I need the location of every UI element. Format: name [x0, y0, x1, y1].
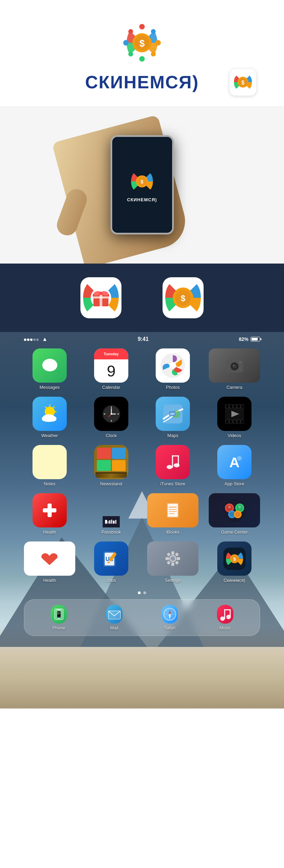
- page-dot-2: [143, 591, 146, 594]
- svg-rect-75: [237, 420, 240, 423]
- iphone-homescreen: ▲ 9:41 82% Messages: [0, 332, 284, 709]
- status-left: ▲: [24, 336, 48, 342]
- maps-label: Maps: [167, 433, 178, 438]
- svg-rect-73: [230, 420, 232, 423]
- battery-fill: [251, 338, 258, 341]
- page-dot-1: [138, 591, 141, 594]
- svg-point-104: [238, 506, 241, 508]
- svg-text:$: $: [233, 557, 236, 562]
- itunes-label: iTunes Store: [160, 481, 185, 486]
- svg-point-39: [232, 364, 237, 368]
- app-grid: Messages Tuesday 9 Calendar: [17, 345, 267, 586]
- app-videos[interactable]: Videos: [205, 397, 263, 438]
- app-maps[interactable]: 280 Maps: [144, 397, 202, 438]
- svg-rect-80: [172, 455, 178, 456]
- mail-dock-icon: [106, 605, 122, 624]
- svg-point-101: [228, 506, 231, 508]
- messages-icon: [33, 348, 67, 383]
- svg-rect-41: [239, 361, 241, 363]
- svg-rect-74: [233, 420, 236, 423]
- svg-point-49: [49, 416, 56, 422]
- svg-rect-65: [230, 405, 232, 407]
- svg-rect-122: [175, 552, 179, 557]
- app-notes[interactable]: Notes: [21, 445, 79, 486]
- svg-point-77: [167, 465, 172, 469]
- passbook-label: Passbook: [101, 529, 121, 535]
- weather-icon: [33, 397, 67, 431]
- videos-icon: [217, 397, 251, 431]
- app-clock[interactable]: Clock: [82, 397, 140, 438]
- svg-point-40: [233, 365, 234, 366]
- app-passbook[interactable]: Passbook: [82, 493, 140, 535]
- newsstand-icon: [94, 445, 128, 479]
- dock-music[interactable]: Music: [216, 605, 235, 630]
- app-itunes[interactable]: iTunes Store: [144, 445, 202, 486]
- svg-rect-79: [172, 455, 173, 468]
- mail-dock-label: Mail: [110, 625, 118, 630]
- phone-hand-section: $ СКИНЕМСЯ): [0, 106, 284, 264]
- app-calendar[interactable]: Tuesday 9 Calendar: [82, 348, 140, 390]
- svg-rect-66: [233, 405, 236, 407]
- app-health-red[interactable]: Health: [21, 493, 79, 535]
- app-ibooks[interactable]: iBooks: [144, 493, 202, 535]
- app-photos[interactable]: Photos: [144, 348, 202, 390]
- page-dots: [17, 586, 267, 599]
- notes-icon: [33, 445, 67, 479]
- calendar-label: Calendar: [102, 385, 120, 390]
- svg-rect-139: [224, 609, 225, 619]
- svg-rect-76: [241, 420, 244, 423]
- icons-comparison-section: $: [0, 264, 284, 332]
- svg-line-46: [45, 407, 47, 408]
- svg-text:280: 280: [170, 412, 175, 416]
- skinemsy-label: Скинемся): [223, 578, 245, 583]
- camera-icon: [209, 348, 260, 383]
- app-newsstand[interactable]: Newsstand: [82, 445, 140, 486]
- svg-point-4: [139, 56, 145, 62]
- dock-phone[interactable]: 📱 Phone: [50, 605, 68, 630]
- svg-rect-67: [237, 405, 240, 407]
- app-settings[interactable]: Settings: [144, 541, 202, 583]
- health2-icon: [24, 541, 75, 576]
- svg-rect-141: [230, 609, 231, 617]
- svg-point-59: [111, 413, 112, 415]
- app-skinemsy[interactable]: $ Скинемся): [205, 541, 263, 583]
- app-weather[interactable]: Weather: [21, 397, 79, 438]
- app-gamecenter[interactable]: Game Center: [205, 493, 263, 535]
- icon-main-image: $: [163, 277, 204, 318]
- app-camera[interactable]: Camera: [205, 348, 263, 390]
- app-health2[interactable]: Health: [21, 541, 79, 583]
- svg-rect-90: [113, 521, 115, 524]
- maps-icon: 280: [156, 397, 190, 431]
- icon-main-version: $: [163, 277, 204, 318]
- jobs-icon: UX: [94, 541, 128, 576]
- messages-label: Messages: [39, 385, 60, 390]
- svg-rect-119: [166, 557, 169, 560]
- svg-point-8: [151, 29, 156, 34]
- app-jobs[interactable]: UX Jobs: [82, 541, 140, 583]
- svg-point-34: [169, 362, 176, 369]
- photos-label: Photos: [166, 385, 180, 390]
- clock-label: Clock: [106, 433, 117, 438]
- svg-rect-89: [111, 520, 112, 524]
- appstore-icon: A: [217, 445, 251, 479]
- signal-dots: [24, 336, 39, 342]
- health-red-icon: [33, 493, 67, 527]
- svg-rect-120: [177, 557, 180, 560]
- svg-point-108: [235, 512, 240, 517]
- svg-point-6: [155, 40, 161, 46]
- weather-label: Weather: [41, 433, 58, 438]
- ibooks-label: iBooks: [166, 529, 179, 535]
- dock-safari[interactable]: Safari: [160, 605, 179, 630]
- svg-point-83: [237, 456, 242, 461]
- svg-point-116: [170, 556, 175, 561]
- jobs-label: Jobs: [106, 578, 116, 583]
- dock-mail[interactable]: Mail: [105, 605, 124, 630]
- app-appstore[interactable]: A App Store: [205, 445, 263, 486]
- calendar-icon: Tuesday 9: [94, 348, 128, 383]
- app-messages[interactable]: Messages: [21, 348, 79, 390]
- svg-text:$: $: [181, 294, 185, 303]
- svg-rect-140: [224, 609, 230, 610]
- status-bar: ▲ 9:41 82%: [17, 332, 267, 345]
- safari-dock-icon: [162, 605, 178, 624]
- icon-gift-image: [80, 277, 121, 318]
